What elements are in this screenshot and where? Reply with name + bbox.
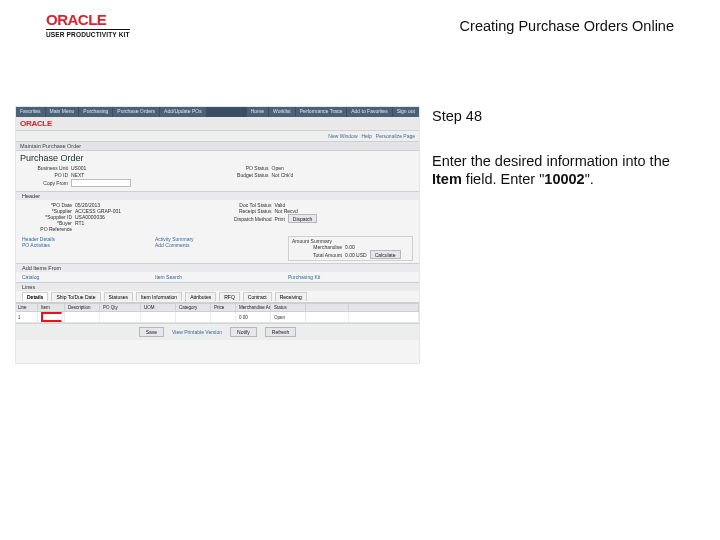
merch-label: Merchandise: [292, 244, 342, 250]
link-help[interactable]: Help: [362, 133, 372, 139]
breadcrumb-row: New Window Help Personalize Page: [16, 131, 419, 141]
col-item: Item: [39, 304, 65, 311]
section-maintain-po: Maintain Purchase Order: [16, 141, 419, 151]
calculate-button[interactable]: Calculate: [370, 250, 401, 259]
instr-part1: Enter the desired information into the: [432, 153, 670, 169]
tab-rfq[interactable]: RFQ: [219, 292, 240, 301]
link-worklist[interactable]: Worklist: [269, 107, 295, 117]
tab-attributes[interactable]: Attributes: [185, 292, 216, 301]
total-value: 0.00 USD: [345, 252, 367, 258]
tab-contract[interactable]: Contract: [243, 292, 272, 301]
merch-value: 0.00: [345, 244, 355, 250]
footer-actions: Save View Printable Version Notify Refre…: [16, 323, 419, 340]
budget-status-label: Budget Status: [221, 172, 269, 178]
col-status: Status: [272, 304, 306, 311]
instr-bold-value: 10002: [544, 171, 584, 187]
copy-from-select[interactable]: [71, 179, 131, 187]
tab-purchasing[interactable]: Purchasing: [79, 107, 112, 117]
upk-subtitle: USER PRODUCTIVITY KIT: [46, 29, 130, 38]
lines-tabs: Details Ship To/Due Date Statuses Item I…: [16, 291, 419, 303]
instr-bold-item: Item: [432, 171, 462, 187]
col-category: Category: [177, 304, 211, 311]
instruction-panel: Step 48 Enter the desired information in…: [432, 108, 692, 188]
po-id-block: Business UnitUS001 PO StatusOpen PO IDNE…: [16, 163, 419, 191]
link-personalize[interactable]: Personalize Page: [376, 133, 415, 139]
link-catalog[interactable]: Catalog: [22, 274, 147, 280]
buyer-input[interactable]: RT1: [75, 220, 84, 226]
dispatch-method-label: Dispatch Method: [222, 216, 272, 222]
nav-tabs: Favorites Main Menu Purchasing Purchase …: [16, 107, 419, 117]
tab-main-menu[interactable]: Main Menu: [46, 107, 79, 117]
table-row: 1 0.00 Open: [16, 312, 419, 323]
link-view-printable[interactable]: View Printable Version: [172, 329, 222, 335]
item-input[interactable]: [41, 312, 62, 322]
copy-from-label: Copy From: [20, 180, 68, 186]
link-item-search[interactable]: Item Search: [155, 274, 280, 280]
header-subhead: Header: [16, 191, 419, 200]
link-sign-out[interactable]: Sign out: [393, 107, 419, 117]
link-perf-trace[interactable]: Performance Trace: [296, 107, 347, 117]
oracle-app-logo: ORACLE: [20, 119, 52, 128]
col-line: Line: [16, 304, 38, 311]
link-po-activities[interactable]: PO Activities: [22, 242, 147, 248]
cell-status: Open: [272, 312, 306, 322]
oracle-wordmark: ORACLE: [46, 12, 130, 27]
refresh-button[interactable]: Refresh: [265, 327, 297, 337]
receipt-status-label: Receipt Status: [222, 208, 272, 214]
header-links-row: Header Details PO Activities Activity Su…: [16, 234, 419, 263]
tab-details[interactable]: Details: [22, 292, 48, 301]
col-merch-amt: Merchandise Amount: [237, 304, 271, 311]
tab-receiving[interactable]: Receiving: [275, 292, 307, 301]
link-new-window[interactable]: New Window: [328, 133, 357, 139]
app-logo-row: ORACLE: [16, 117, 419, 131]
link-add-favorites[interactable]: Add to Favorites: [347, 107, 391, 117]
step-number: Step 48: [432, 108, 692, 124]
instruction-text: Enter the desired information into the I…: [432, 152, 692, 188]
purchase-order-title: Purchase Order: [16, 151, 419, 163]
add-items-subhead: Add Items From: [16, 263, 419, 272]
link-purchasing-kit[interactable]: Purchasing Kit: [288, 274, 413, 280]
business-unit-value: US001: [71, 165, 86, 171]
cell-merch-amt: 0.00: [237, 312, 271, 322]
oracle-upk-logo: ORACLE USER PRODUCTIVITY KIT: [46, 12, 130, 38]
dispatch-method-select[interactable]: Print: [275, 216, 285, 222]
cell-line-no: 1: [16, 312, 38, 322]
header-fields: *PO Date05/20/2013 *SupplierACCESS GRAP-…: [16, 200, 419, 234]
budget-status-value: Not Chk'd: [272, 172, 294, 178]
link-home[interactable]: Home: [247, 107, 268, 117]
tab-ship-to[interactable]: Ship To/Due Date: [51, 292, 100, 301]
col-poqty: PO Qty: [101, 304, 141, 311]
lines-table-header: Line Item Description PO Qty UOM Categor…: [16, 303, 419, 312]
po-reference-label: PO Reference: [22, 226, 72, 232]
notify-button[interactable]: Notify: [230, 327, 257, 337]
dispatch-button[interactable]: Dispatch: [288, 214, 317, 223]
col-desc: Description: [66, 304, 100, 311]
instr-part3: ".: [585, 171, 594, 187]
page-header: ORACLE USER PRODUCTIVITY KIT Creating Pu…: [0, 0, 720, 46]
add-items-links: Catalog Item Search Purchasing Kit: [16, 272, 419, 282]
tab-add-update-pos[interactable]: Add/Update POs: [160, 107, 206, 117]
lines-subhead: Lines: [16, 282, 419, 291]
tab-purchase-orders[interactable]: Purchase Orders: [113, 107, 159, 117]
instr-part2: field. Enter ": [462, 171, 545, 187]
link-add-comments[interactable]: Add Comments: [155, 242, 280, 248]
save-button[interactable]: Save: [139, 327, 164, 337]
page-title: Creating Purchase Orders Online: [460, 18, 674, 34]
po-id-label: PO ID: [20, 172, 68, 178]
po-status-label: PO Status: [221, 165, 269, 171]
col-price: Price: [212, 304, 236, 311]
po-status-value: Open: [272, 165, 284, 171]
business-unit-label: Business Unit: [20, 165, 68, 171]
col-uom: UOM: [142, 304, 176, 311]
tab-statuses[interactable]: Statuses: [104, 292, 133, 301]
po-id-value: NEXT: [71, 172, 84, 178]
embedded-screenshot: Favorites Main Menu Purchasing Purchase …: [15, 106, 420, 364]
tab-item-info[interactable]: Item Information: [136, 292, 182, 301]
tab-favorites[interactable]: Favorites: [16, 107, 45, 117]
total-label: Total Amount: [292, 252, 342, 258]
